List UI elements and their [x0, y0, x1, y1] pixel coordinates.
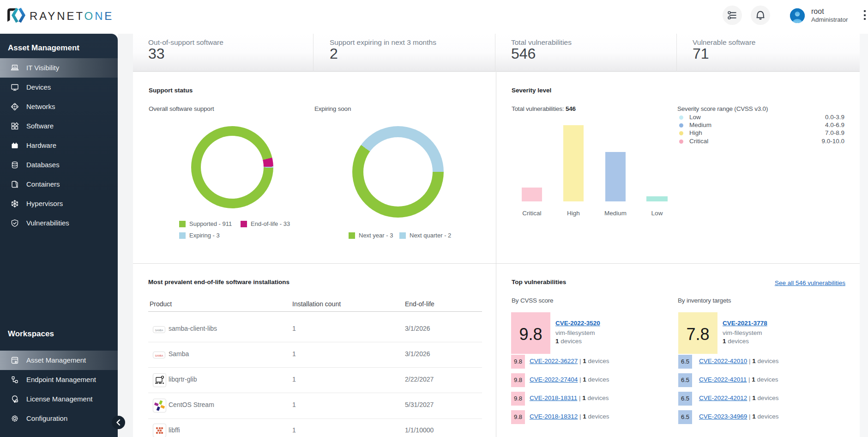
- svg-text:SAMBA: SAMBA: [155, 329, 163, 332]
- svg-text:SAMBA: SAMBA: [155, 354, 163, 357]
